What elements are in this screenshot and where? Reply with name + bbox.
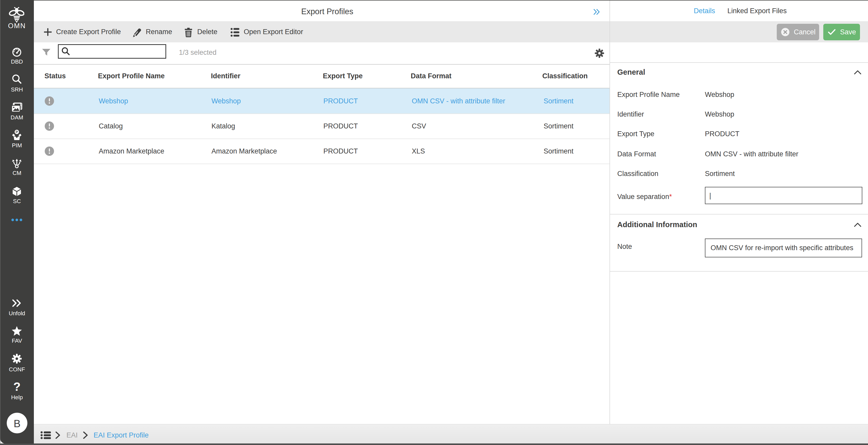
svg-text:P: P [16, 130, 18, 134]
